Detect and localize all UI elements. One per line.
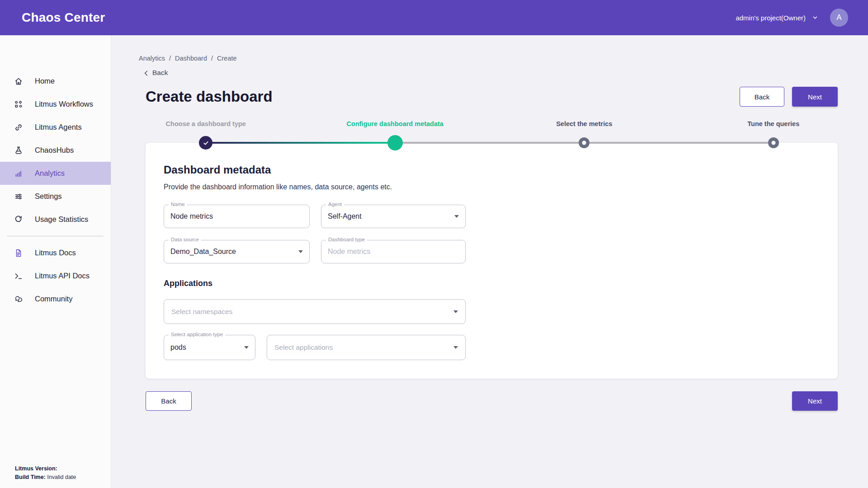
section-title: Dashboard metadata bbox=[164, 164, 820, 176]
chevron-left-icon bbox=[143, 70, 150, 76]
sidebar-item-settings[interactable]: Settings bbox=[0, 185, 111, 208]
dashboard-type-input[interactable] bbox=[328, 248, 459, 256]
sidebar-item-label: Litmus API Docs bbox=[35, 272, 90, 280]
namespaces-select[interactable]: Select namespaces bbox=[164, 299, 466, 324]
flask-icon bbox=[14, 146, 23, 155]
sidebar-item-label: ChaosHubs bbox=[35, 146, 74, 155]
agent-select[interactable]: Agent Self-Agent bbox=[321, 205, 466, 228]
back-link[interactable]: Back bbox=[143, 69, 868, 77]
applications-select[interactable]: Select applications bbox=[267, 335, 466, 360]
workflows-icon bbox=[14, 100, 23, 109]
step-label-choose-type: Choose a dashboard type bbox=[111, 120, 301, 127]
sidebar-item-litmus-api-docs[interactable]: Litmus API Docs bbox=[0, 264, 111, 287]
breadcrumb: Analytics / Dashboard / Create bbox=[139, 55, 868, 62]
main-content: Analytics / Dashboard / Create Back Crea… bbox=[111, 35, 868, 488]
section-subtitle: Provide the dashboard information like n… bbox=[164, 183, 820, 191]
sidebar-item-label: Litmus Workflows bbox=[35, 100, 93, 108]
sidebar-item-analytics[interactable]: Analytics bbox=[0, 162, 111, 185]
next-button-bottom[interactable]: Next bbox=[792, 391, 838, 411]
sidebar-item-label: Home bbox=[35, 77, 55, 85]
caret-down-icon bbox=[453, 310, 458, 313]
sidebar-item-litmus-workflows[interactable]: Litmus Workflows bbox=[0, 93, 111, 116]
step-label-select-metrics: Select the metrics bbox=[490, 120, 679, 127]
sidebar-item-label: Usage Statistics bbox=[35, 215, 88, 224]
sidebar-item-label: Litmus Agents bbox=[35, 123, 82, 131]
sidebar-item-label: Litmus Docs bbox=[35, 249, 76, 257]
data-source-value: Demo_Data_Source bbox=[170, 248, 295, 256]
agent-select-value: Self-Agent bbox=[328, 212, 451, 221]
caret-down-icon bbox=[244, 346, 249, 349]
name-input[interactable] bbox=[170, 212, 303, 221]
sidebar-item-litmus-docs[interactable]: Litmus Docs bbox=[0, 241, 111, 264]
bar-chart-icon bbox=[14, 169, 23, 178]
sliders-icon bbox=[14, 192, 23, 201]
project-label: admin's project(Owner) bbox=[736, 14, 806, 22]
dashboard-type-field[interactable]: Dashboard type bbox=[321, 240, 466, 263]
breadcrumb-separator: / bbox=[169, 55, 171, 62]
build-time-value: Invalid date bbox=[47, 474, 76, 480]
home-icon bbox=[14, 77, 23, 86]
chat-bubbles-icon bbox=[14, 295, 23, 304]
caret-down-icon bbox=[454, 215, 459, 218]
app-title: Chaos Center bbox=[22, 10, 105, 25]
check-icon bbox=[203, 140, 209, 146]
breadcrumb-analytics[interactable]: Analytics bbox=[139, 55, 165, 62]
sidebar-item-litmus-agents[interactable]: Litmus Agents bbox=[0, 116, 111, 139]
application-type-select[interactable]: Select application type pods bbox=[164, 335, 255, 360]
data-source-select[interactable]: Data source Demo_Data_Source bbox=[164, 240, 310, 263]
step-dot-active[interactable] bbox=[387, 135, 403, 150]
caret-down-icon bbox=[298, 250, 303, 253]
sidebar-item-community[interactable]: Community bbox=[0, 287, 111, 310]
dashboard-type-label: Dashboard type bbox=[326, 237, 367, 242]
agent-select-label: Agent bbox=[326, 202, 344, 207]
avatar-letter: A bbox=[836, 13, 841, 22]
page-title: Create dashboard bbox=[146, 88, 273, 105]
sidebar-item-chaoshubs[interactable]: ChaosHubs bbox=[0, 139, 111, 162]
sidebar-footer: Litmus Version: Build Time: Invalid date bbox=[15, 465, 76, 482]
dashboard-metadata-card: Dashboard metadata Provide the dashboard… bbox=[146, 143, 838, 379]
terminal-icon bbox=[14, 272, 23, 281]
stepper: Choose a dashboard type Configure dashbo… bbox=[111, 120, 868, 151]
sidebar: Home Litmus Workflows Litmus Agents bbox=[0, 35, 111, 488]
avatar[interactable]: A bbox=[830, 9, 848, 27]
application-type-label: Select application type bbox=[169, 332, 225, 337]
breadcrumb-separator: / bbox=[211, 55, 213, 62]
step-dot-pending[interactable] bbox=[579, 137, 590, 148]
sidebar-item-label: Analytics bbox=[35, 169, 65, 178]
step-label-configure-metadata: Configure dashboard metadata bbox=[301, 120, 490, 127]
step-dot-pending[interactable] bbox=[768, 137, 779, 148]
litmus-version-label: Litmus Version: bbox=[15, 465, 57, 472]
name-field-label: Name bbox=[169, 202, 187, 207]
breadcrumb-create[interactable]: Create bbox=[217, 55, 237, 62]
back-button-top[interactable]: Back bbox=[740, 87, 784, 107]
name-field[interactable]: Name bbox=[164, 205, 310, 228]
sidebar-divider bbox=[7, 236, 104, 236]
back-button-bottom[interactable]: Back bbox=[146, 391, 192, 411]
sidebar-item-label: Community bbox=[35, 295, 72, 303]
sidebar-item-home[interactable]: Home bbox=[0, 70, 111, 93]
namespaces-placeholder: Select namespaces bbox=[171, 308, 450, 316]
applications-placeholder: Select applications bbox=[274, 343, 450, 352]
back-link-label: Back bbox=[152, 69, 168, 77]
refresh-icon bbox=[14, 215, 23, 224]
data-source-label: Data source bbox=[169, 237, 201, 242]
breadcrumb-dashboard[interactable]: Dashboard bbox=[175, 55, 207, 62]
caret-down-icon bbox=[453, 346, 458, 349]
document-icon bbox=[14, 249, 23, 258]
build-time-label: Build Time: bbox=[15, 474, 46, 480]
applications-title: Applications bbox=[164, 279, 820, 288]
sidebar-item-usage-statistics[interactable]: Usage Statistics bbox=[0, 208, 111, 231]
chevron-down-icon bbox=[812, 14, 818, 21]
link-icon bbox=[14, 123, 23, 132]
step-dot-completed[interactable] bbox=[199, 136, 212, 150]
project-switcher[interactable]: admin's project(Owner) bbox=[736, 14, 818, 22]
next-button-top[interactable]: Next bbox=[792, 87, 838, 107]
app-header: Chaos Center admin's project(Owner) A bbox=[0, 0, 868, 35]
step-label-tune-queries: Tune the queries bbox=[679, 120, 868, 127]
application-type-value: pods bbox=[170, 343, 241, 352]
sidebar-item-label: Settings bbox=[35, 192, 62, 201]
